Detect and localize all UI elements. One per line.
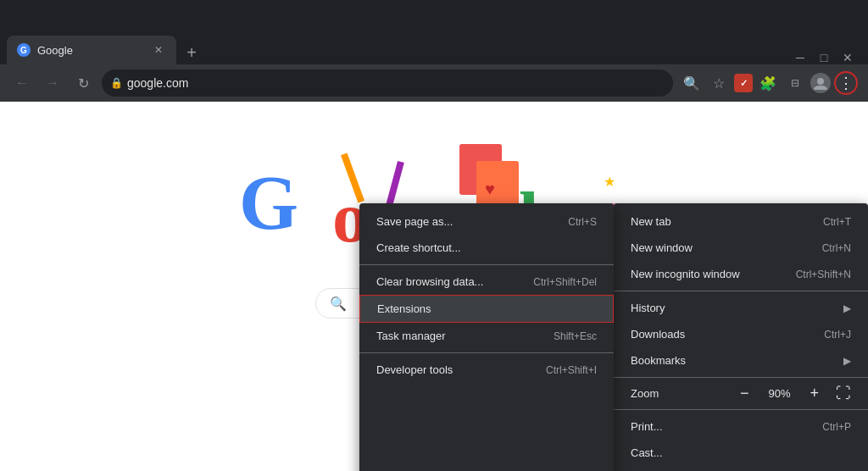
print-label: Print... [631, 420, 663, 433]
developer-tools-shortcut: Ctrl+Shift+I [546, 364, 597, 376]
tab-title: Google [37, 44, 144, 57]
history-item[interactable]: History ▶ [614, 295, 868, 321]
zoom-row: Zoom − 90% + ⛶ [614, 381, 868, 406]
bookmarks-item[interactable]: Bookmarks ▶ [614, 347, 868, 374]
address-bar: ← → ↻ 🔒 google.com 🔍 ☆ ✓ 🧩 ⊟ ⋮ [0, 64, 868, 102]
divider-1 [614, 291, 868, 291]
incognito-label: New incognito window [631, 268, 740, 280]
task-manager-item[interactable]: Task manager Shift+Esc [359, 323, 614, 349]
downloads-shortcut: Ctrl+J [824, 329, 851, 341]
svg-text:G: G [239, 161, 298, 245]
divider-3 [614, 409, 868, 410]
downloads-label: Downloads [631, 328, 685, 341]
create-shortcut-label: Create shortcut... [376, 241, 461, 254]
lock-icon: 🔒 [110, 77, 123, 89]
menus-container: Save page as... Ctrl+S Create shortcut..… [359, 203, 868, 471]
maximize-button[interactable]: □ [817, 51, 831, 64]
new-window-shortcut: Ctrl+N [822, 242, 851, 254]
url-text: google.com [102, 69, 673, 97]
close-tab-button[interactable]: ✕ [151, 42, 166, 58]
developer-tools-item[interactable]: Developer tools Ctrl+Shift+I [359, 357, 614, 383]
history-arrow: ▶ [843, 302, 851, 314]
find-item[interactable]: Find... Ctrl+F [614, 466, 868, 471]
chrome-frame: G Google ✕ + ─ □ ✕ ← → ↻ 🔒 google.com [0, 0, 868, 471]
create-shortcut-item[interactable]: Create shortcut... [359, 235, 614, 261]
new-window-label: New window [631, 241, 693, 254]
todoist-icon[interactable]: ✓ [734, 74, 753, 92]
browser-window: G Google ✕ + ─ □ ✕ ← → ↻ 🔒 google.com [0, 0, 868, 471]
downloads-item[interactable]: Downloads Ctrl+J [614, 321, 868, 347]
extensions-icon[interactable]: 🧩 [756, 71, 780, 95]
active-tab[interactable]: G Google ✕ [7, 36, 176, 64]
forward-button[interactable]: → [41, 71, 64, 95]
incognito-item[interactable]: New incognito window Ctrl+Shift+N [614, 261, 868, 287]
zoom-label: Zoom [631, 387, 726, 400]
zoom-plus-button[interactable]: + [803, 385, 826, 402]
media-icon[interactable]: ⊟ [783, 71, 807, 95]
close-window-button[interactable]: ✕ [841, 51, 854, 64]
refresh-button[interactable]: ↻ [71, 71, 95, 95]
tab-bar: G Google ✕ + ─ □ ✕ [0, 30, 868, 64]
search-toolbar-icon[interactable]: 🔍 [680, 71, 704, 95]
zoom-value: 90% [762, 387, 796, 400]
bookmark-icon[interactable]: ☆ [707, 71, 731, 95]
developer-tools-label: Developer tools [376, 363, 453, 376]
chrome-menu-button[interactable]: ⋮ [834, 71, 858, 95]
save-page-as-item[interactable]: Save page as... Ctrl+S [359, 208, 614, 235]
back-button[interactable]: ← [10, 71, 34, 95]
title-bar [0, 0, 868, 30]
profile-avatar[interactable] [810, 73, 831, 93]
new-tab-shortcut: Ctrl+T [823, 216, 851, 228]
submenu-divider-2 [359, 352, 614, 353]
main-menu: New tab Ctrl+T New window Ctrl+N New inc… [614, 203, 868, 471]
url-bar[interactable]: 🔒 google.com [102, 69, 673, 97]
zoom-minus-button[interactable]: − [733, 385, 756, 402]
clear-browsing-label: Clear browsing data... [376, 275, 483, 288]
zoom-expand-button[interactable]: ⛶ [836, 385, 851, 402]
new-tab-button[interactable]: + [180, 41, 203, 64]
print-item[interactable]: Print... Ctrl+P [614, 413, 868, 440]
divider-2 [614, 377, 868, 378]
page-content: G ✂ ♥ ★ [0, 102, 868, 471]
incognito-shortcut: Ctrl+Shift+N [796, 269, 851, 280]
print-shortcut: Ctrl+P [822, 421, 851, 433]
minimize-button[interactable]: ─ [793, 51, 807, 64]
save-shortcut: Ctrl+S [568, 216, 597, 228]
task-manager-label: Task manager [376, 330, 446, 342]
bookmarks-label: Bookmarks [631, 354, 686, 367]
save-page-label: Save page as... [376, 215, 453, 228]
cast-label: Cast... [631, 446, 663, 459]
search-icon: 🔍 [330, 296, 347, 312]
bookmarks-arrow: ▶ [843, 355, 851, 367]
svg-point-0 [817, 78, 824, 85]
toolbar-icons: 🔍 ☆ ✓ 🧩 ⊟ ⋮ [680, 71, 858, 95]
task-manager-shortcut: Shift+Esc [554, 330, 597, 342]
favicon: G [17, 43, 31, 57]
extensions-item[interactable]: Extensions [359, 295, 614, 323]
extensions-label: Extensions [377, 302, 431, 315]
more-tools-submenu: Save page as... Ctrl+S Create shortcut..… [359, 203, 614, 471]
clear-browsing-data-item[interactable]: Clear browsing data... Ctrl+Shift+Del [359, 269, 614, 295]
new-tab-item[interactable]: New tab Ctrl+T [614, 208, 868, 235]
new-window-item[interactable]: New window Ctrl+N [614, 235, 868, 261]
clear-shortcut: Ctrl+Shift+Del [533, 276, 597, 288]
submenu-divider-1 [359, 264, 614, 265]
history-label: History [631, 302, 665, 314]
cast-item[interactable]: Cast... [614, 440, 868, 466]
svg-text:★: ★ [604, 175, 615, 189]
new-tab-label: New tab [631, 215, 671, 228]
